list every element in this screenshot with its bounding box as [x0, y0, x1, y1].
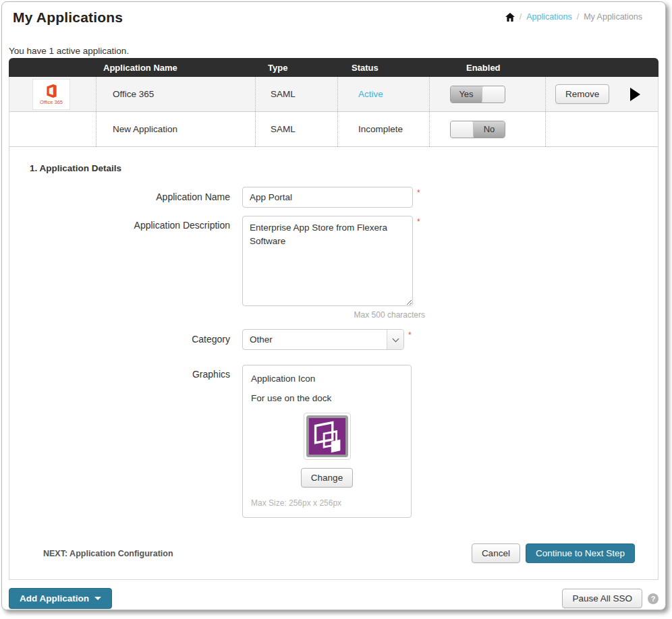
required-asterisk: * [408, 330, 412, 350]
breadcrumb: / Applications / My Applications [505, 12, 642, 22]
active-count-text: You have 1 active application. [9, 46, 665, 56]
page-title: My Applications [13, 9, 123, 26]
add-application-label: Add Application [20, 593, 89, 603]
enabled-toggle-office-365[interactable]: Yes [450, 86, 505, 103]
application-description-textarea[interactable]: Enterprise App Store from Flexera Softwa… [242, 216, 413, 306]
app-type-cell: SAML [255, 77, 337, 111]
application-name-input[interactable] [242, 187, 413, 208]
application-description-row: Application Description Enterprise App S… [9, 216, 658, 306]
toggle-knob [482, 86, 505, 102]
application-icon-title: Application Icon [251, 374, 403, 384]
max-size-hint: Max Size: 256px x 256px [251, 498, 403, 508]
enabled-toggle-new-application[interactable]: No [450, 121, 505, 138]
remove-button[interactable]: Remove [555, 84, 609, 104]
toggle-yes-label: Yes [451, 86, 482, 102]
toggle-no-label: No [474, 121, 505, 138]
status-text-incomplete: Incomplete [337, 112, 429, 146]
caret-down-icon [94, 597, 101, 600]
home-icon[interactable] [505, 13, 515, 22]
section-title: 1. Application Details [30, 163, 658, 173]
continue-button[interactable]: Continue to Next Step [526, 543, 635, 563]
change-icon-button[interactable]: Change [301, 468, 353, 488]
pause-all-sso-button[interactable]: Pause All SSO [562, 589, 642, 608]
office-365-logo-text: Office 365 [40, 99, 63, 105]
applications-table-header: Application Name Type Status Enabled [9, 58, 659, 77]
graphics-box: Application Icon For use on the dock Cha… [242, 365, 412, 518]
app-name-cell: New Application [96, 112, 255, 146]
category-selected-value: Other [243, 334, 387, 345]
chevron-down-icon [387, 330, 403, 349]
column-header-enabled: Enabled [428, 63, 544, 73]
application-name-label: Application Name [9, 187, 242, 208]
add-application-button[interactable]: Add Application [9, 588, 112, 609]
breadcrumb-separator: / [520, 12, 522, 22]
form-actions: NEXT: Application Configuration Cancel C… [43, 543, 635, 563]
page-footer: Add Application Pause All SSO ? [2, 580, 665, 609]
expand-row-arrow-icon[interactable] [630, 88, 640, 101]
page-header: My Applications / Applications / My Appl… [2, 2, 665, 26]
app-portal-logo-icon [304, 413, 351, 460]
column-header-type: Type [254, 63, 337, 73]
cancel-button[interactable]: Cancel [472, 543, 520, 563]
breadcrumb-current: My Applications [584, 12, 642, 22]
application-name-row: Application Name * [9, 187, 658, 208]
category-label: Category [9, 329, 242, 350]
column-header-application-name: Application Name [95, 63, 254, 73]
app-name-cell: Office 365 [96, 77, 255, 111]
application-icon-subtitle: For use on the dock [251, 393, 403, 403]
application-description-label: Application Description [9, 216, 242, 306]
required-asterisk: * [417, 217, 420, 306]
content-panel: Application Name Type Status Enabled Off… [9, 58, 659, 580]
table-row-new-application: New Application SAML Incomplete No [9, 112, 658, 147]
toggle-knob [451, 121, 474, 138]
app-window: My Applications / Applications / My Appl… [1, 1, 666, 610]
graphics-row: Graphics Application Icon For use on the… [9, 365, 658, 518]
table-row-office-365: Office 365 Office 365 SAML Active Yes Re… [9, 77, 658, 112]
application-details-form: 1. Application Details Application Name … [9, 147, 658, 579]
help-icon[interactable]: ? [648, 593, 659, 604]
app-type-cell: SAML [255, 112, 337, 146]
breadcrumb-separator: / [577, 12, 579, 22]
office-365-logo-icon: Office 365 [32, 79, 70, 110]
max-characters-hint: Max 500 characters [254, 310, 425, 320]
required-asterisk: * [417, 188, 420, 208]
breadcrumb-link-applications[interactable]: Applications [526, 12, 571, 22]
category-select[interactable]: Other [242, 329, 404, 350]
category-row: Category Other * [9, 329, 658, 350]
status-text-active: Active [358, 89, 383, 99]
next-step-hint: NEXT: Application Configuration [43, 549, 466, 558]
graphics-label: Graphics [9, 365, 242, 518]
column-header-status: Status [337, 63, 428, 73]
